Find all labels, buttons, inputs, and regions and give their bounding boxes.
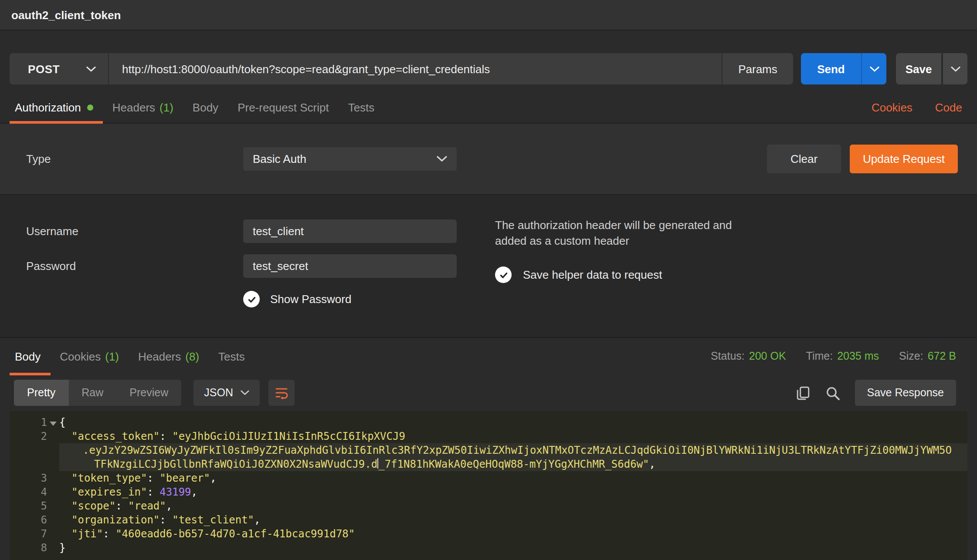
- tab-body[interactable]: Body: [183, 91, 228, 123]
- send-button[interactable]: Send: [801, 53, 861, 84]
- password-label: Password: [26, 260, 243, 273]
- auth-credentials-panel: Username Password Show Password The auth…: [0, 194, 977, 337]
- save-helper-label: Save helper data to request: [523, 268, 662, 281]
- line-number: [10, 443, 47, 457]
- tab-label: Headers: [138, 350, 181, 363]
- auth-configured-dot: [87, 104, 93, 110]
- show-password-label: Show Password: [270, 293, 351, 306]
- size-value: 672 B: [928, 350, 956, 362]
- fold-caret-icon[interactable]: [47, 415, 59, 429]
- save-helper-row: Save helper data to request: [495, 267, 791, 283]
- response-tab-headers[interactable]: Headers (8): [129, 338, 209, 374]
- send-dropdown-button[interactable]: [861, 53, 886, 84]
- json-string: "read": [128, 500, 166, 512]
- json-punct: {: [59, 416, 65, 428]
- code-line: 5 "scope": "read",: [10, 499, 967, 513]
- copy-icon: [795, 385, 810, 400]
- app-window: oauth2_client_token POST Params Send Sav…: [0, 0, 977, 560]
- search-button[interactable]: [825, 385, 840, 400]
- json-punct: ,: [166, 500, 172, 512]
- code-line: TFkNzgiLCJjbGllbnRfaWQiOiJ0ZXN0X2NsaWVud…: [10, 457, 967, 471]
- size-label: Size:: [899, 350, 923, 362]
- tab-label: Headers: [112, 101, 155, 114]
- username-input[interactable]: [243, 219, 457, 243]
- json-punct: :: [103, 528, 115, 540]
- status-value: 200 OK: [749, 350, 786, 362]
- copy-button[interactable]: [795, 385, 810, 400]
- headers-count-badge: (1): [159, 101, 173, 114]
- response-tab-body[interactable]: Body: [10, 338, 50, 374]
- save-response-button[interactable]: Save Response: [855, 380, 956, 406]
- code-line-text: .eyJzY29wZSI6WyJyZWFkIl0sIm9yZ2FuaXphdGl…: [59, 443, 967, 457]
- code-line-text: }: [59, 541, 967, 555]
- show-password-checkbox[interactable]: [243, 291, 260, 307]
- json-key: "organization": [71, 514, 159, 526]
- url-field: [109, 53, 722, 84]
- response-meta: Status:200 OK Time:2035 ms Size:672 B: [711, 338, 977, 374]
- response-body[interactable]: 1 { 2 "access_token": "eyJhbGciOiJIUzI1N…: [10, 411, 967, 560]
- tab-label: Body: [193, 101, 218, 114]
- save-dropdown-button[interactable]: [943, 53, 967, 84]
- tab-pre-request-script[interactable]: Pre-request Script: [228, 91, 339, 123]
- method-select[interactable]: POST: [10, 53, 109, 84]
- wrap-text-button[interactable]: [269, 380, 295, 406]
- code-line: 4 "expires_in": 43199,: [10, 485, 967, 499]
- mode-preview-button[interactable]: Preview: [116, 380, 181, 406]
- format-select[interactable]: JSON: [193, 380, 260, 406]
- auth-type-select[interactable]: Basic Auth: [243, 147, 457, 171]
- send-button-group: Send: [801, 53, 886, 84]
- code-line-text: "jti": "460eadd6-b657-4d70-a1cf-41bcac99…: [59, 527, 967, 541]
- save-helper-checkbox[interactable]: [495, 267, 512, 283]
- chevron-down-icon: [437, 156, 447, 162]
- code-line-text: TFkNzgiLCJjbGllbnRfaWQiOiJ0ZXN0X2NsaWVud…: [59, 457, 967, 471]
- request-links: Cookies Code: [872, 91, 977, 123]
- auth-helper-note-line1: The authorization header will be generat…: [495, 218, 791, 233]
- tab-headers[interactable]: Headers (1): [103, 91, 183, 123]
- tab-authorization[interactable]: Authorization: [10, 91, 103, 123]
- status-meta: Status:200 OK: [711, 350, 786, 362]
- line-number: 2: [10, 429, 47, 443]
- titlebar: oauth2_client_token: [0, 0, 977, 30]
- response-panel: Body Cookies (1) Headers (8) Tests Statu…: [0, 337, 977, 560]
- line-number: 8: [10, 541, 47, 555]
- update-request-button[interactable]: Update Request: [850, 145, 958, 173]
- code-line: 6 "organization": "test_client",: [10, 513, 967, 527]
- response-tab-cookies[interactable]: Cookies (1): [50, 338, 129, 374]
- code-line-text: {: [59, 415, 967, 429]
- status-label: Status:: [711, 350, 745, 362]
- response-toolbar: Pretty Raw Preview JSON: [0, 374, 977, 411]
- params-button[interactable]: Params: [722, 53, 793, 84]
- response-tab-tests[interactable]: Tests: [209, 338, 254, 374]
- url-input[interactable]: [120, 61, 710, 76]
- json-string: "460eadd6-b657-4d70-a1cf-41bcac991d78": [115, 528, 355, 540]
- line-number: [10, 457, 47, 471]
- wrap-text-icon: [275, 386, 289, 400]
- response-toolbar-right: Save Response: [795, 380, 956, 406]
- code-line: 7 "jti": "460eadd6-b657-4d70-a1cf-41bcac…: [10, 527, 967, 541]
- time-value: 2035 ms: [837, 350, 879, 362]
- time-meta: Time:2035 ms: [806, 350, 879, 362]
- auth-type-value: Basic Auth: [253, 152, 306, 165]
- json-punct: ,: [254, 514, 260, 526]
- code-link[interactable]: Code: [935, 101, 962, 114]
- json-number: 43199: [159, 486, 191, 498]
- line-number: 7: [10, 527, 47, 541]
- password-input[interactable]: [243, 254, 457, 278]
- request-tabs: Authorization Headers (1) Body Pre-reque…: [0, 91, 977, 124]
- clear-button[interactable]: Clear: [767, 145, 841, 173]
- mode-pretty-button[interactable]: Pretty: [14, 380, 68, 406]
- mode-raw-button[interactable]: Raw: [68, 380, 116, 406]
- save-button[interactable]: Save: [896, 53, 941, 84]
- cookies-link[interactable]: Cookies: [872, 101, 913, 114]
- line-number: 5: [10, 499, 47, 513]
- view-mode-group: Pretty Raw Preview: [14, 380, 181, 406]
- json-string: "bearer": [159, 472, 210, 484]
- tab-tests[interactable]: Tests: [339, 91, 384, 123]
- tab-label: Pre-request Script: [237, 101, 329, 114]
- tab-label: Body: [15, 350, 41, 363]
- tab-label: Authorization: [15, 101, 81, 114]
- line-number: 6: [10, 513, 47, 527]
- time-label: Time:: [806, 350, 833, 362]
- code-line: 2 "access_token": "eyJhbGciOiJIUzI1NiIsI…: [10, 429, 967, 443]
- json-punct: :: [115, 500, 128, 512]
